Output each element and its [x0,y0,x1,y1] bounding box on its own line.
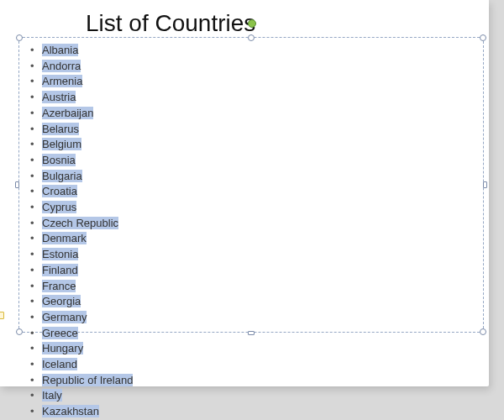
list-item[interactable]: •Andorra [30,59,133,75]
country-label[interactable]: Cyprus [42,201,76,213]
list-item[interactable]: •Estonia [30,247,133,263]
rotation-handle-icon[interactable] [248,19,256,28]
bullet-icon: • [30,357,42,373]
country-label[interactable]: Greece [42,327,78,339]
bullet-icon: • [30,106,42,122]
country-label[interactable]: Bosnia [42,154,76,166]
list-item[interactable]: •Armenia [30,74,133,90]
country-label[interactable]: Republic of Ireland [42,374,133,386]
list-item[interactable]: •Kazakhstan [30,404,133,420]
list-item[interactable]: •Azerbaijan [30,106,133,122]
slide-title[interactable]: List of Countries [86,10,255,37]
country-label[interactable]: Austria [42,91,76,103]
resize-handle-s[interactable] [248,331,255,335]
country-label[interactable]: Finland [42,264,78,276]
resize-handle-nw[interactable] [16,34,23,41]
country-label[interactable]: Germany [42,311,87,323]
bullet-icon: • [30,310,42,326]
country-label[interactable]: Azerbaijan [42,107,93,119]
bullet-icon: • [30,279,42,295]
resize-handle-sw[interactable] [16,328,23,335]
list-item[interactable]: •Belgium [30,137,133,153]
bullet-icon: • [30,263,42,279]
bullet-icon: • [30,90,42,106]
bullet-icon: • [30,216,42,232]
bullet-icon: • [30,294,42,310]
country-label[interactable]: Iceland [42,358,77,370]
country-label[interactable]: Belarus [42,123,79,135]
country-label[interactable]: Denmark [42,232,87,244]
list-item[interactable]: •Greece [30,326,133,342]
resize-handle-ne[interactable] [480,34,486,41]
bullet-icon: • [30,137,42,153]
country-label[interactable]: Croatia [42,185,77,197]
bullet-icon: • [30,122,42,138]
country-label[interactable]: Czech Republic [42,217,118,229]
list-item[interactable]: •Albania [30,43,133,59]
list-item[interactable]: •Bosnia [30,153,133,169]
list-item[interactable]: •Republic of Ireland [30,373,133,389]
list-item[interactable]: •Georgia [30,294,133,310]
country-label[interactable]: Andorra [42,60,81,72]
country-label[interactable]: France [42,280,76,292]
list-item[interactable]: •Croatia [30,184,133,200]
resize-handle-n[interactable] [248,34,255,41]
list-item[interactable]: •France [30,279,133,295]
resize-handle-w[interactable] [15,181,19,188]
smart-tag-icon[interactable] [0,312,4,319]
list-item[interactable]: •Czech Republic [30,216,133,232]
country-label[interactable]: Italy [42,389,62,402]
resize-handle-se[interactable] [480,328,486,335]
bullet-icon: • [30,341,42,357]
list-item[interactable]: •Denmark [30,231,133,247]
bullet-icon: • [30,247,42,263]
bullet-icon: • [30,373,42,389]
list-item[interactable]: •Belarus [30,122,133,138]
bullet-icon: • [30,404,42,420]
bullet-icon: • [30,326,42,342]
resize-handle-e[interactable] [483,181,487,188]
country-label[interactable]: Belgium [42,138,81,150]
country-label[interactable]: Albania [42,44,78,56]
country-label[interactable]: Kazakhstan [42,405,99,417]
country-label[interactable]: Georgia [42,295,81,307]
bullet-icon: • [30,388,42,404]
list-item[interactable]: •Bulgaria [30,169,133,185]
list-item[interactable]: •Cyprus [30,200,133,216]
list-item[interactable]: •Germany [30,310,133,326]
list-item[interactable]: •Austria [30,90,133,106]
country-label[interactable]: Hungary [42,342,83,354]
bullet-icon: • [30,153,42,169]
country-label[interactable]: Bulgaria [42,170,82,182]
bullet-icon: • [30,43,42,59]
list-item[interactable]: •Hungary [30,341,133,357]
bullet-icon: • [30,231,42,247]
country-list[interactable]: •Albania•Andorra•Armenia•Austria•Azerbai… [30,43,133,420]
bullet-icon: • [30,184,42,200]
list-item[interactable]: •Italy [30,388,133,404]
bullet-icon: • [30,200,42,216]
country-label[interactable]: Armenia [42,75,82,87]
bullet-icon: • [30,74,42,90]
country-label[interactable]: Estonia [42,248,78,260]
list-item[interactable]: •Finland [30,263,133,279]
bullet-icon: • [30,169,42,185]
list-item[interactable]: •Iceland [30,357,133,373]
bullet-icon: • [30,59,42,75]
